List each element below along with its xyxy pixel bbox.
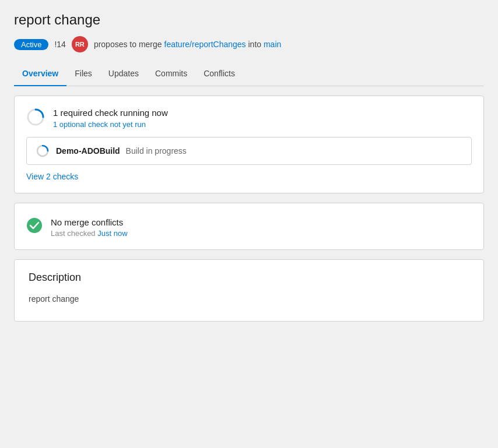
pr-id: !14 bbox=[54, 40, 65, 49]
page-container: report change Active !14 RR proposes to … bbox=[0, 0, 498, 448]
check-item-adobuild: Demo-ADOBuild Build in progress bbox=[26, 137, 472, 165]
avatar: RR bbox=[72, 36, 88, 52]
conflicts-card: No merge conflicts Last checked Just now bbox=[14, 203, 484, 250]
source-branch-link[interactable]: feature/reportChanges bbox=[164, 40, 246, 49]
check-item-name: Demo-ADOBuild Build in progress bbox=[56, 146, 187, 156]
checks-subtitle: 1 optional check not yet run bbox=[53, 120, 168, 129]
view-checks-link[interactable]: View 2 checks bbox=[26, 172, 78, 181]
no-conflicts-title: No merge conflicts bbox=[51, 217, 128, 227]
description-card: Description report change bbox=[14, 259, 484, 322]
checks-card: 1 required check running now 1 optional … bbox=[14, 96, 484, 193]
proposes-text: proposes to merge bbox=[94, 40, 164, 49]
tabs-bar: Overview Files Updates Commits Conflicts bbox=[14, 63, 484, 86]
tab-files[interactable]: Files bbox=[66, 63, 100, 86]
check-running-icon bbox=[26, 108, 45, 126]
page-title: report change bbox=[14, 12, 484, 28]
checks-title: 1 required check running now bbox=[53, 108, 168, 118]
description-body: report change bbox=[29, 294, 469, 304]
tab-updates[interactable]: Updates bbox=[100, 63, 147, 86]
tab-commits[interactable]: Commits bbox=[147, 63, 195, 86]
build-in-progress-icon bbox=[36, 144, 49, 157]
meta-row: Active !14 RR proposes to merge feature/… bbox=[14, 36, 484, 52]
tab-overview[interactable]: Overview bbox=[14, 63, 66, 86]
no-conflicts-icon bbox=[26, 217, 43, 234]
tab-conflicts[interactable]: Conflicts bbox=[195, 63, 243, 86]
target-branch-link[interactable]: main bbox=[264, 40, 281, 49]
conflicts-row: No merge conflicts Last checked Just now bbox=[26, 217, 472, 238]
description-heading: Description bbox=[29, 271, 469, 284]
svg-point-2 bbox=[27, 218, 42, 233]
checks-text: 1 required check running now 1 optional … bbox=[53, 108, 168, 129]
status-badge: Active bbox=[14, 39, 48, 50]
checks-header: 1 required check running now 1 optional … bbox=[26, 108, 472, 129]
no-conflicts-subtitle: Last checked Just now bbox=[51, 229, 128, 238]
content-area: 1 required check running now 1 optional … bbox=[14, 96, 484, 322]
conflicts-text: No merge conflicts Last checked Just now bbox=[51, 217, 128, 238]
meta-description: proposes to merge feature/reportChanges … bbox=[94, 40, 281, 49]
